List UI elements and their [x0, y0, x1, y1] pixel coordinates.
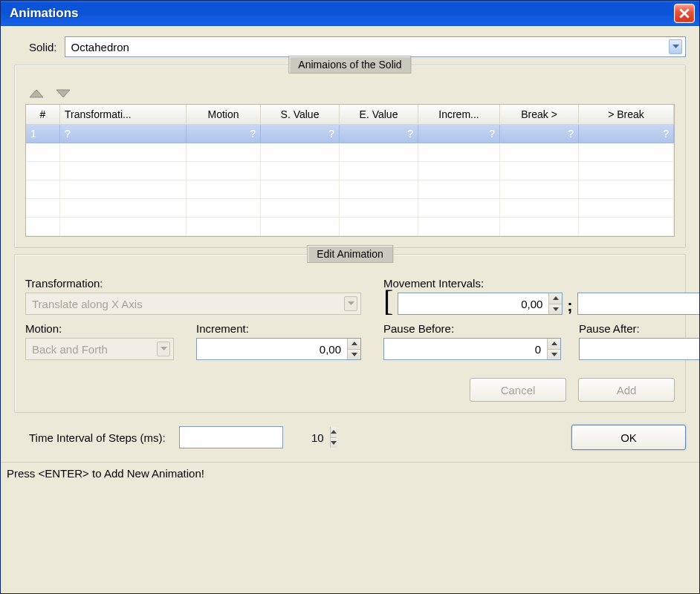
col-incr: Increm... [418, 105, 500, 125]
table-header: # Transformati... Motion S. Value E. Val… [26, 105, 674, 125]
close-icon [679, 8, 690, 19]
triangle-down-icon [56, 89, 71, 98]
spin-up-icon[interactable] [330, 427, 337, 438]
pause-before-spinner[interactable] [383, 338, 561, 360]
spin-up-icon[interactable] [347, 339, 360, 350]
window-title: Animations [10, 6, 79, 21]
movement-from-spinner[interactable] [398, 293, 563, 315]
movement-to-input[interactable] [578, 293, 700, 314]
increment-label: Increment: [196, 322, 361, 335]
ok-button[interactable]: OK [571, 425, 686, 450]
movement-label: Movement Intervals: [383, 277, 700, 290]
increment-spinner[interactable] [196, 338, 361, 360]
titlebar: Animations [1, 1, 699, 26]
transformation-label: Transformation: [25, 277, 361, 290]
timestep-label: Time Interval of Steps (ms): [29, 431, 166, 444]
animations-table[interactable]: # Transformati... Motion S. Value E. Val… [25, 104, 675, 237]
col-br1: Break > [500, 105, 579, 125]
bracket-left-icon: [ [383, 291, 393, 312]
solid-label: Solid: [29, 41, 57, 53]
increment-input[interactable] [197, 339, 347, 359]
col-motion: Motion [187, 105, 261, 125]
motion-combo[interactable]: Back and Forth [25, 338, 174, 360]
spin-up-icon[interactable] [547, 339, 560, 350]
timestep-input[interactable] [180, 427, 330, 448]
pause-before-input[interactable] [384, 339, 547, 359]
spin-down-icon[interactable] [548, 304, 562, 315]
spin-down-icon[interactable] [347, 350, 360, 360]
pause-after-label: Pause After: [579, 322, 700, 335]
timestep-spinner[interactable] [179, 426, 283, 448]
move-down-button[interactable] [55, 88, 71, 99]
table-row: . [26, 162, 674, 180]
pause-after-spinner[interactable] [579, 338, 700, 360]
movement-from-input[interactable] [398, 293, 548, 314]
move-up-button[interactable] [28, 88, 45, 99]
chevron-down-icon [157, 342, 170, 356]
spin-down-icon[interactable] [547, 350, 560, 360]
edit-group-title: Edit Animation [307, 245, 393, 263]
edit-animation-group: Edit Animation Transformation: Translate… [14, 254, 686, 413]
table-row: . [26, 180, 674, 199]
table-row: . [26, 218, 674, 236]
motion-label: Motion: [25, 322, 174, 335]
close-button[interactable] [674, 4, 695, 23]
movement-to-spinner[interactable] [577, 293, 700, 315]
pause-after-input[interactable] [580, 339, 700, 359]
pause-before-label: Pause Before: [383, 322, 561, 335]
table-row: . [26, 143, 674, 162]
cancel-button[interactable]: Cancel [470, 378, 566, 402]
triangle-up-icon [29, 89, 44, 98]
animations-group-title: Animaions of the Solid [288, 56, 411, 74]
solid-combo[interactable]: Octahedron [65, 36, 686, 57]
solid-value: Octahedron [71, 41, 129, 53]
animations-group: Animaions of the Solid # Transformati...… [14, 65, 686, 248]
col-eval: E. Value [340, 105, 418, 125]
col-num: # [26, 105, 60, 125]
chevron-down-icon [344, 296, 357, 311]
table-row: . [26, 199, 674, 218]
col-trans: Transformati... [60, 105, 187, 125]
col-sval: S. Value [261, 105, 340, 125]
chevron-down-icon [669, 39, 682, 54]
spin-down-icon[interactable] [330, 438, 337, 448]
status-bar: Press <ENTER> to Add New Animation! [1, 462, 699, 483]
separator-icon: ; [567, 296, 572, 316]
col-br2: > Break [579, 105, 674, 125]
add-button[interactable]: Add [578, 378, 675, 402]
spin-up-icon[interactable] [548, 293, 562, 304]
transformation-combo[interactable]: Translate along X Axis [25, 293, 361, 315]
table-row[interactable]: 1 ? ? ? ? ? ? ? [26, 125, 674, 143]
